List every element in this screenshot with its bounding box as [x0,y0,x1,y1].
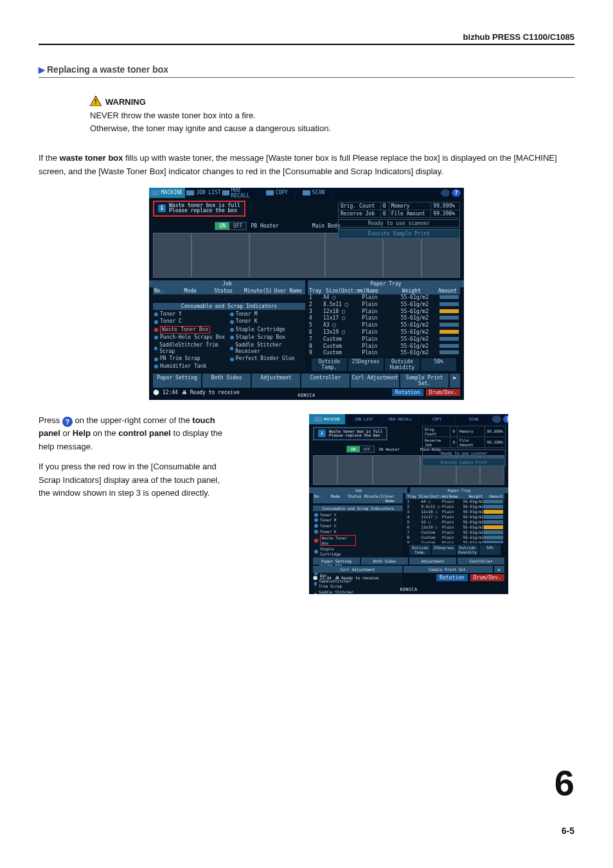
indicator-item: Humidifier Tank [154,363,226,370]
status-block: Orig. Count0Memory99.999% Reserve Job0Fi… [338,202,460,239]
indicator-item: Toner C [154,318,226,325]
consumable-indicators[interactable]: Toner YToner MToner CToner KWaste Toner … [153,310,305,371]
btn-play[interactable]: ▶ [450,374,460,388]
copy-icon [266,190,274,195]
indicator-item: Toner K [230,318,302,325]
hdd-icon [222,190,229,195]
indicator-item: Toner K [314,529,356,534]
machine-panel-small: MACHINE JOB LIST HDD RECALL COPY SCAN ? … [309,414,508,594]
btn-paper-setting[interactable]: Paper Setting [153,374,201,388]
environment-row: Outside Temp.25DegreesOutside Humidity50… [308,358,460,371]
panel-tabs: MACHINE JOB LIST HDD RECALL COPY SCAN ? [149,188,464,198]
indicator-item: Toner M [314,518,356,523]
indicator-item: Toner M [230,311,302,318]
exec-sample-print[interactable]: Execute Sample Print [338,229,460,239]
indicator-item[interactable]: Waste Toner Box [314,535,356,547]
csi-title: Consumable and Scrap Indicators [153,303,305,310]
pill-drum: Drum/Dev. [426,389,460,396]
btn-sample[interactable]: Sample Print Set. [400,374,449,388]
warning-line-1: NEVER throw the waste toner box into a f… [90,111,256,120]
indicator-item: Staple Cartridge [314,547,356,557]
status-time: 🕐 12:44 [153,390,178,395]
job-section-header: Job [149,280,305,287]
tab-machine[interactable]: MACHINE [149,188,186,198]
bottom-buttons: Paper Setting Both Sides Adjustment Cont… [149,372,464,389]
status-printer: 🖶 Ready to receive [182,390,240,395]
help-circle-icon: ? [62,417,73,427]
help-icon: ? [452,189,461,197]
btn-curl[interactable]: Curl Adjustment [351,374,399,388]
home-icon[interactable] [441,189,450,197]
tab-hdd[interactable]: HDD RECALL [222,188,259,198]
alert-text: Waste toner box is full Please replace t… [169,203,240,215]
machine-icon [152,190,159,195]
triangle-icon: ▶ [39,65,45,75]
tab-actions: ? [332,188,464,198]
machine-diagram [153,233,460,278]
tab-joblist[interactable]: JOB LIST [186,188,222,198]
paper-section-header: Paper Tray [308,280,464,287]
help-inline-link[interactable]: ? [62,415,73,425]
indicator-item[interactable]: Waste Toner Box [154,326,226,334]
indicator-item: Saddle Stitcher Receiver [314,590,356,594]
svg-text:!: ! [94,98,97,105]
indicator-item: Toner Y [154,311,226,318]
indicator-item: Punch-Hole Scraps Box [154,334,226,341]
instruction-text: Press ? on the upper-right corner of the… [39,414,231,608]
indicator-item: SaddleStitcher Trim Scrap [314,579,356,589]
indicator-item: PB Trim Scrap [154,356,226,362]
section-heading: ▶Replacing a waste toner box [39,64,574,75]
alert-box: i Waste toner box is full Please replace… [153,201,245,217]
job-columns: No.ModeStatusMinute(S)User Name [153,287,305,294]
chapter-number: 6 [555,762,574,804]
warning-line-2: Otherwise, the toner may ignite and caus… [90,123,331,133]
btn-both-sides[interactable]: Both Sides [202,374,251,388]
paper-tray-list: 1A4 ▢Plain55-61g/m228.5x11 ▢Plain55-61g/… [308,294,460,357]
main-body-label: Main Body [312,223,340,229]
machine-panel-large: MACHINE JOB LIST HDD RECALL COPY SCAN ? … [149,188,464,400]
consumable-indicators-small[interactable]: Toner YToner MToner CToner KWaste Toner … [313,511,403,594]
job-list [153,294,305,301]
btn-adjustment[interactable]: Adjustment [252,374,300,388]
warning-triangle-icon: ! [90,96,102,106]
indicator-item: Perfect Binder Glue [230,356,302,362]
tab-scan[interactable]: SCAN [296,188,332,198]
page-number: 6-5 [562,826,574,836]
warning-block: ! WARNING NEVER throw the waste toner bo… [90,96,574,135]
indicator-item: Toner Y [314,512,356,518]
pb-heater-toggle[interactable]: ONOFF [215,222,247,230]
info-icon: i [158,204,166,212]
panel-help-link[interactable]: ? [452,189,461,197]
indicator-item: Toner C [314,523,356,529]
list-icon [186,190,194,195]
product-name: bizhub PRESS C1100/C1085 [39,32,574,42]
indicator-item: SaddleStitcher Trim Scrap [154,342,226,356]
tab-copy[interactable]: COPY [259,188,296,198]
ready-scanner: Ready to use scanner [338,219,460,228]
section-title: Replacing a waste toner box [47,64,168,75]
indicator-item: Staple Scrap Box [230,334,302,341]
btn-controller[interactable]: Controller [301,374,350,388]
pb-heater-label: PB Heater [251,223,278,229]
divider-under-heading [39,77,574,78]
paper-columns: TraySize(Unit:mm)NameWeightAmount [308,287,460,294]
pill-rotation: Rotation [392,389,423,396]
konica-brand: KONICA [298,393,315,398]
scan-icon [303,190,310,195]
indicator-item: Saddle Stitcher Receiver [230,342,302,356]
warning-label: WARNING [105,97,146,107]
indicator-item: Staple Cartridge [230,326,302,334]
divider-top [39,44,574,45]
intro-paragraph: If the waste toner box fills up with was… [39,152,574,179]
